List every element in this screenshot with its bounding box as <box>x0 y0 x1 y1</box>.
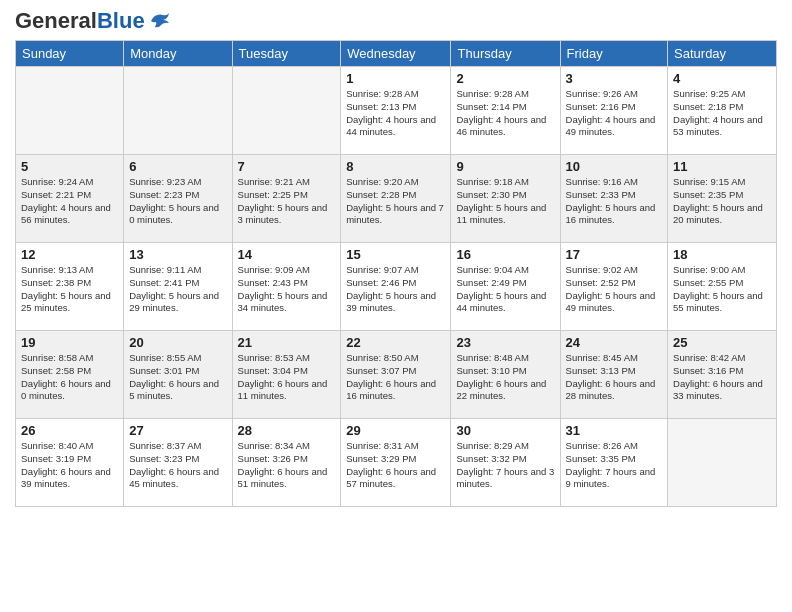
day-number: 30 <box>456 423 554 438</box>
calendar-cell: 30Sunrise: 8:29 AM Sunset: 3:32 PM Dayli… <box>451 419 560 507</box>
day-number: 5 <box>21 159 118 174</box>
calendar-cell: 10Sunrise: 9:16 AM Sunset: 2:33 PM Dayli… <box>560 155 668 243</box>
header: GeneralBlue <box>15 10 777 32</box>
day-number: 16 <box>456 247 554 262</box>
day-info: Sunrise: 8:55 AM Sunset: 3:01 PM Dayligh… <box>129 352 226 403</box>
calendar-cell <box>16 67 124 155</box>
day-info: Sunrise: 8:48 AM Sunset: 3:10 PM Dayligh… <box>456 352 554 403</box>
day-info: Sunrise: 9:11 AM Sunset: 2:41 PM Dayligh… <box>129 264 226 315</box>
day-info: Sunrise: 8:37 AM Sunset: 3:23 PM Dayligh… <box>129 440 226 491</box>
page-container: GeneralBlue SundayMondayTuesdayWednesday… <box>0 0 792 512</box>
day-info: Sunrise: 8:42 AM Sunset: 3:16 PM Dayligh… <box>673 352 771 403</box>
calendar-cell: 7Sunrise: 9:21 AM Sunset: 2:25 PM Daylig… <box>232 155 341 243</box>
day-info: Sunrise: 9:15 AM Sunset: 2:35 PM Dayligh… <box>673 176 771 227</box>
calendar-cell: 11Sunrise: 9:15 AM Sunset: 2:35 PM Dayli… <box>668 155 777 243</box>
calendar-cell: 5Sunrise: 9:24 AM Sunset: 2:21 PM Daylig… <box>16 155 124 243</box>
day-number: 29 <box>346 423 445 438</box>
calendar-cell: 29Sunrise: 8:31 AM Sunset: 3:29 PM Dayli… <box>341 419 451 507</box>
day-number: 14 <box>238 247 336 262</box>
day-number: 11 <box>673 159 771 174</box>
day-info: Sunrise: 8:58 AM Sunset: 2:58 PM Dayligh… <box>21 352 118 403</box>
calendar-cell: 22Sunrise: 8:50 AM Sunset: 3:07 PM Dayli… <box>341 331 451 419</box>
calendar-week-row: 1Sunrise: 9:28 AM Sunset: 2:13 PM Daylig… <box>16 67 777 155</box>
calendar-cell: 14Sunrise: 9:09 AM Sunset: 2:43 PM Dayli… <box>232 243 341 331</box>
day-number: 8 <box>346 159 445 174</box>
day-number: 24 <box>566 335 663 350</box>
day-number: 13 <box>129 247 226 262</box>
weekday-header-row: SundayMondayTuesdayWednesdayThursdayFrid… <box>16 41 777 67</box>
day-number: 19 <box>21 335 118 350</box>
calendar-cell: 31Sunrise: 8:26 AM Sunset: 3:35 PM Dayli… <box>560 419 668 507</box>
day-info: Sunrise: 9:16 AM Sunset: 2:33 PM Dayligh… <box>566 176 663 227</box>
day-info: Sunrise: 8:40 AM Sunset: 3:19 PM Dayligh… <box>21 440 118 491</box>
calendar-cell: 25Sunrise: 8:42 AM Sunset: 3:16 PM Dayli… <box>668 331 777 419</box>
day-number: 31 <box>566 423 663 438</box>
day-info: Sunrise: 8:31 AM Sunset: 3:29 PM Dayligh… <box>346 440 445 491</box>
day-number: 28 <box>238 423 336 438</box>
calendar-cell: 15Sunrise: 9:07 AM Sunset: 2:46 PM Dayli… <box>341 243 451 331</box>
calendar-cell: 18Sunrise: 9:00 AM Sunset: 2:55 PM Dayli… <box>668 243 777 331</box>
weekday-sunday: Sunday <box>16 41 124 67</box>
calendar-cell <box>232 67 341 155</box>
day-info: Sunrise: 9:00 AM Sunset: 2:55 PM Dayligh… <box>673 264 771 315</box>
day-info: Sunrise: 9:02 AM Sunset: 2:52 PM Dayligh… <box>566 264 663 315</box>
calendar-cell: 16Sunrise: 9:04 AM Sunset: 2:49 PM Dayli… <box>451 243 560 331</box>
calendar-cell: 23Sunrise: 8:48 AM Sunset: 3:10 PM Dayli… <box>451 331 560 419</box>
day-info: Sunrise: 9:28 AM Sunset: 2:14 PM Dayligh… <box>456 88 554 139</box>
day-info: Sunrise: 8:29 AM Sunset: 3:32 PM Dayligh… <box>456 440 554 491</box>
day-info: Sunrise: 9:24 AM Sunset: 2:21 PM Dayligh… <box>21 176 118 227</box>
day-info: Sunrise: 8:34 AM Sunset: 3:26 PM Dayligh… <box>238 440 336 491</box>
calendar-cell: 17Sunrise: 9:02 AM Sunset: 2:52 PM Dayli… <box>560 243 668 331</box>
day-info: Sunrise: 9:20 AM Sunset: 2:28 PM Dayligh… <box>346 176 445 227</box>
calendar-cell: 19Sunrise: 8:58 AM Sunset: 2:58 PM Dayli… <box>16 331 124 419</box>
calendar-cell: 13Sunrise: 9:11 AM Sunset: 2:41 PM Dayli… <box>124 243 232 331</box>
calendar-cell <box>124 67 232 155</box>
day-info: Sunrise: 9:09 AM Sunset: 2:43 PM Dayligh… <box>238 264 336 315</box>
day-info: Sunrise: 9:25 AM Sunset: 2:18 PM Dayligh… <box>673 88 771 139</box>
day-number: 18 <box>673 247 771 262</box>
calendar-cell: 6Sunrise: 9:23 AM Sunset: 2:23 PM Daylig… <box>124 155 232 243</box>
calendar-week-row: 5Sunrise: 9:24 AM Sunset: 2:21 PM Daylig… <box>16 155 777 243</box>
day-info: Sunrise: 8:26 AM Sunset: 3:35 PM Dayligh… <box>566 440 663 491</box>
day-number: 12 <box>21 247 118 262</box>
day-number: 27 <box>129 423 226 438</box>
day-number: 26 <box>21 423 118 438</box>
weekday-thursday: Thursday <box>451 41 560 67</box>
day-info: Sunrise: 9:23 AM Sunset: 2:23 PM Dayligh… <box>129 176 226 227</box>
day-number: 3 <box>566 71 663 86</box>
day-info: Sunrise: 9:21 AM Sunset: 2:25 PM Dayligh… <box>238 176 336 227</box>
logo-general: GeneralBlue <box>15 10 145 32</box>
day-number: 4 <box>673 71 771 86</box>
weekday-monday: Monday <box>124 41 232 67</box>
calendar-cell <box>668 419 777 507</box>
day-info: Sunrise: 9:04 AM Sunset: 2:49 PM Dayligh… <box>456 264 554 315</box>
day-number: 17 <box>566 247 663 262</box>
day-number: 10 <box>566 159 663 174</box>
calendar-cell: 26Sunrise: 8:40 AM Sunset: 3:19 PM Dayli… <box>16 419 124 507</box>
day-number: 25 <box>673 335 771 350</box>
day-info: Sunrise: 9:07 AM Sunset: 2:46 PM Dayligh… <box>346 264 445 315</box>
weekday-friday: Friday <box>560 41 668 67</box>
day-info: Sunrise: 9:26 AM Sunset: 2:16 PM Dayligh… <box>566 88 663 139</box>
day-info: Sunrise: 8:50 AM Sunset: 3:07 PM Dayligh… <box>346 352 445 403</box>
day-info: Sunrise: 8:45 AM Sunset: 3:13 PM Dayligh… <box>566 352 663 403</box>
calendar-cell: 21Sunrise: 8:53 AM Sunset: 3:04 PM Dayli… <box>232 331 341 419</box>
day-number: 7 <box>238 159 336 174</box>
calendar-cell: 24Sunrise: 8:45 AM Sunset: 3:13 PM Dayli… <box>560 331 668 419</box>
day-number: 1 <box>346 71 445 86</box>
day-number: 21 <box>238 335 336 350</box>
day-number: 2 <box>456 71 554 86</box>
day-info: Sunrise: 9:13 AM Sunset: 2:38 PM Dayligh… <box>21 264 118 315</box>
day-info: Sunrise: 9:18 AM Sunset: 2:30 PM Dayligh… <box>456 176 554 227</box>
calendar-cell: 28Sunrise: 8:34 AM Sunset: 3:26 PM Dayli… <box>232 419 341 507</box>
calendar-cell: 27Sunrise: 8:37 AM Sunset: 3:23 PM Dayli… <box>124 419 232 507</box>
day-number: 15 <box>346 247 445 262</box>
calendar-cell: 3Sunrise: 9:26 AM Sunset: 2:16 PM Daylig… <box>560 67 668 155</box>
day-number: 6 <box>129 159 226 174</box>
calendar-week-row: 26Sunrise: 8:40 AM Sunset: 3:19 PM Dayli… <box>16 419 777 507</box>
logo-bird-icon <box>149 11 171 31</box>
day-number: 22 <box>346 335 445 350</box>
calendar-cell: 8Sunrise: 9:20 AM Sunset: 2:28 PM Daylig… <box>341 155 451 243</box>
day-info: Sunrise: 9:28 AM Sunset: 2:13 PM Dayligh… <box>346 88 445 139</box>
calendar-cell: 4Sunrise: 9:25 AM Sunset: 2:18 PM Daylig… <box>668 67 777 155</box>
